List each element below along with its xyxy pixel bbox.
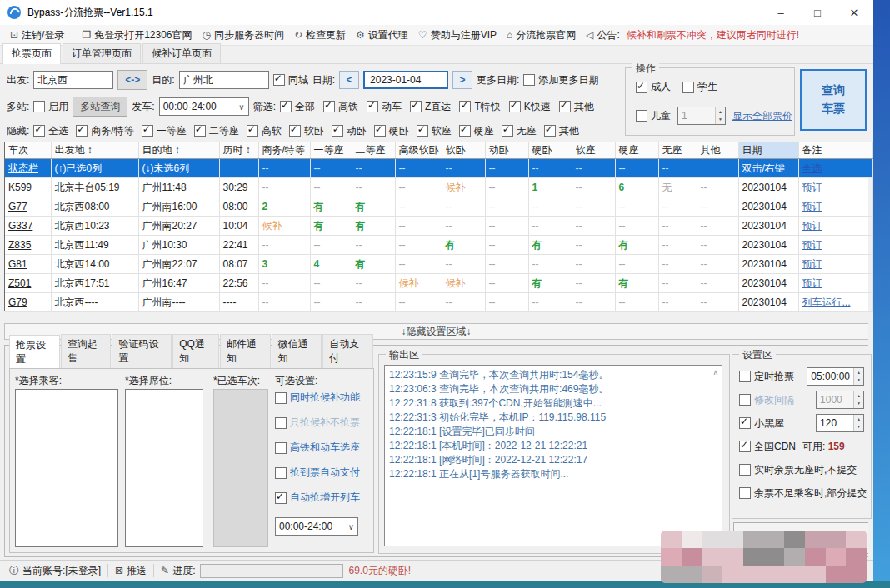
train-number-link[interactable]: 状态栏 (5, 159, 51, 178)
column-header[interactable]: 软卧 (442, 142, 485, 159)
checkbox-box-icon[interactable] (33, 125, 45, 137)
row-action-link[interactable]: 预订 (798, 255, 872, 274)
checkbox-box-icon[interactable] (323, 101, 335, 112)
column-header[interactable]: 出发地 ↕ (51, 142, 138, 159)
checkbox-option[interactable]: K快速 (509, 100, 551, 114)
column-header[interactable]: 硬座 (615, 142, 658, 159)
output-log[interactable]: ∧ 12:23:15:9 查询完毕，本次查询共用时:154毫秒。12:23:06… (384, 365, 722, 546)
settings-tab-3[interactable]: QQ通知 (172, 334, 219, 368)
add-more-dates-checkbox[interactable]: 添加更多日期 (523, 73, 598, 87)
checkbox-option[interactable]: 实时余票无座时,不提交 (739, 463, 857, 477)
table-row[interactable]: 状态栏(↑)已选0列(↓)未选6列--------------------双击/… (5, 159, 872, 178)
column-header[interactable]: 无座 (658, 142, 697, 159)
checkbox-box-icon[interactable] (33, 101, 45, 112)
close-button[interactable]: ✕ (836, 0, 872, 25)
row-action-link[interactable]: 全选 (798, 159, 872, 178)
checkbox-box-icon[interactable] (275, 392, 287, 404)
checkbox-box-icon[interactable] (247, 125, 258, 137)
settings-tab-1[interactable]: 查询起售 (61, 334, 112, 368)
column-header[interactable]: 二等座 (352, 142, 395, 159)
spinner-up-icon[interactable]: ▲ (854, 369, 863, 376)
checkbox-box-icon[interactable] (636, 110, 648, 122)
settings-tab-5[interactable]: 微信通知 (272, 334, 322, 368)
spinner[interactable]: 1▲▼ (678, 107, 726, 125)
checkbox-box-icon[interactable] (275, 492, 287, 504)
toolbar-official-site[interactable]: ⌂分流抢票官网 (507, 28, 576, 42)
depart-time-select[interactable]: 00:00-24:00 ∨ (159, 97, 249, 116)
checkbox-option[interactable]: 小黑屋 (739, 416, 784, 431)
multi-query-button[interactable]: 多站查询 (72, 97, 128, 117)
checkbox-box-icon[interactable] (739, 417, 751, 429)
checkbox-box-icon[interactable] (367, 101, 378, 112)
row-action-link[interactable]: 预订 (798, 217, 872, 236)
minimize-button[interactable]: – (762, 0, 799, 25)
column-header[interactable]: 其他 (697, 142, 738, 159)
next-date-button[interactable]: > (452, 71, 472, 89)
train-number-link[interactable]: G337 (5, 217, 51, 236)
checkbox-box-icon[interactable] (739, 441, 751, 452)
row-action-link[interactable]: 预订 (798, 236, 872, 255)
checkbox-option[interactable]: 其他 (544, 124, 579, 138)
spinner-arrows[interactable]: ▲▼ (853, 415, 863, 431)
to-input[interactable]: 广州北 (179, 71, 269, 89)
train-number-link[interactable]: Z835 (5, 236, 51, 255)
spinner-up-icon[interactable]: ▲ (854, 416, 863, 423)
checkbox-option[interactable]: 硬座 (459, 124, 494, 138)
from-input[interactable]: 北京西 (33, 71, 113, 89)
page-tab-1[interactable]: 订单管理页面 (62, 43, 141, 63)
maximize-button[interactable]: □ (799, 0, 836, 25)
checkbox-option[interactable]: 动卧 (332, 124, 367, 138)
checkbox-option[interactable]: Z直达 (410, 100, 451, 114)
row-action-link[interactable]: 预订 (798, 274, 872, 293)
spinner-arrows[interactable]: ▲▼ (853, 391, 863, 408)
child-checkbox[interactable]: 儿童 (636, 109, 671, 123)
push-button[interactable]: ⊠ 推送 (115, 564, 147, 578)
scroll-up-icon[interactable]: ∧ (712, 368, 718, 376)
checkbox-option[interactable]: 同时抢候补功能 (275, 391, 360, 405)
spinner-up-icon[interactable]: ▲ (716, 108, 725, 116)
checkbox-option[interactable]: 修改间隔 (739, 393, 794, 407)
checkbox-box-icon[interactable] (636, 82, 648, 93)
checkbox-option[interactable]: T特快 (459, 100, 500, 114)
checkbox-box-icon[interactable] (739, 371, 751, 382)
checkbox-box-icon[interactable] (410, 101, 422, 112)
extra-train-time-select[interactable]: 00:00-24:00 ∨ (275, 517, 358, 536)
column-header[interactable]: 备注 (798, 142, 872, 159)
column-header[interactable]: 车次 (5, 142, 51, 159)
spinner-down-icon[interactable]: ▼ (716, 116, 725, 123)
checkbox-box-icon[interactable] (280, 101, 292, 112)
checkbox-box-icon[interactable] (502, 125, 513, 137)
spinner-down-icon[interactable]: ▼ (854, 376, 863, 384)
checkbox-box-icon[interactable] (559, 101, 571, 112)
checkbox-box-icon[interactable] (194, 125, 206, 137)
table-row[interactable]: G337北京西10:23广州南20:2710:04候补有有-----------… (5, 217, 872, 236)
toolbar-logout-login[interactable]: ⊡注销/登录 (10, 28, 64, 42)
spinner-arrows[interactable]: ▲▼ (853, 368, 863, 385)
checkbox-option[interactable]: 二等座 (194, 124, 239, 138)
spinner[interactable]: 05:00:00▲▼ (807, 367, 864, 386)
child-count-spinner[interactable]: 1▲▼ (678, 107, 726, 125)
checkbox-option[interactable]: 高铁 (323, 100, 358, 114)
checkbox-box-icon[interactable] (459, 101, 471, 112)
checkbox-option[interactable]: 余票不足乘客时,部分提交 (739, 486, 867, 501)
checkbox-box-icon[interactable] (275, 442, 287, 454)
checkbox-box-icon[interactable] (739, 464, 751, 476)
checkbox-box-icon[interactable] (544, 125, 556, 137)
checkbox-option[interactable]: 其他 (559, 100, 594, 114)
checkbox-option[interactable]: 只抢候补不抢票 (275, 416, 360, 430)
checkbox-option[interactable]: 动车 (367, 100, 402, 114)
column-header[interactable]: 一等座 (310, 142, 352, 159)
passenger-listbox[interactable] (15, 389, 118, 547)
column-header[interactable]: 历时 ↕ (219, 142, 258, 159)
table-row[interactable]: K599北京丰台05:19广州11:4830:29--------候补--1--… (5, 178, 872, 197)
spinner[interactable]: 120▲▼ (816, 414, 864, 432)
checkbox-option[interactable]: 无座 (502, 124, 537, 138)
checkbox-box-icon[interactable] (739, 487, 751, 499)
student-checkbox[interactable]: 学生 (682, 80, 718, 94)
adult-checkbox[interactable]: 成人 (636, 80, 671, 94)
checkbox-box-icon[interactable] (332, 125, 343, 137)
train-number-link[interactable]: G79 (5, 293, 51, 312)
toolbar-sync-time[interactable]: ◷同步服务器时间 (202, 28, 284, 42)
checkbox-box-icon[interactable] (76, 125, 88, 137)
column-header[interactable]: 高级软卧 (395, 142, 442, 159)
